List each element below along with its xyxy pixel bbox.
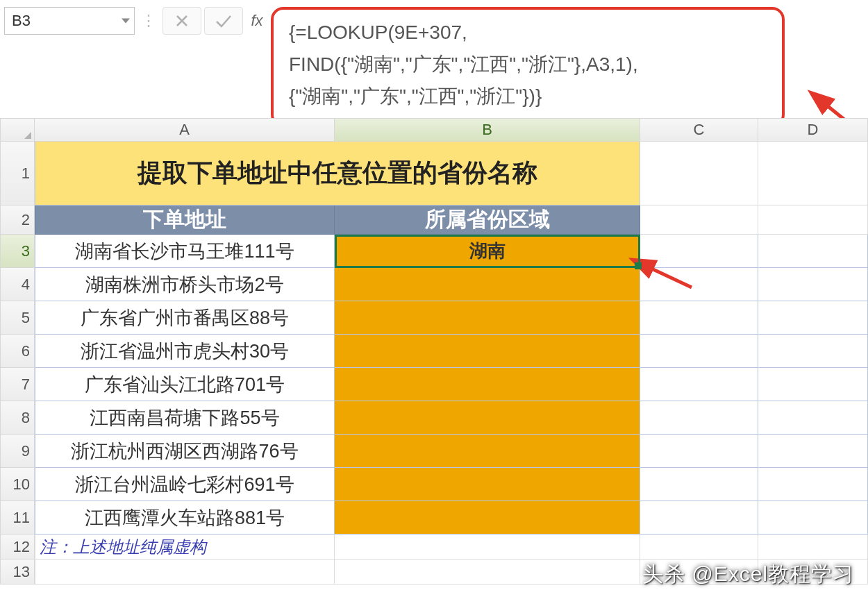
address-cell[interactable]: 江西鹰潭火车站路881号 [35, 501, 335, 535]
row-header[interactable]: 8 [0, 401, 35, 435]
address-cell[interactable]: 浙江省温州市虎头村30号 [35, 335, 335, 368]
cell[interactable] [640, 142, 758, 205]
table-row: 3 湖南省长沙市马王堆111号 湖南 [0, 235, 868, 268]
province-cell[interactable] [335, 401, 640, 435]
formula-input[interactable]: {=LOOKUP(9E+307, FIND({"湖南","广东","江西","浙… [271, 7, 785, 127]
row-header[interactable]: 12 [0, 535, 35, 560]
cell[interactable] [758, 205, 868, 235]
cell[interactable] [640, 401, 758, 435]
note-cell[interactable]: 注：上述地址纯属虚构 [35, 535, 335, 560]
formula-bar: B3 ⋮ fx {=LOOKUP(9E+307, FIND({"湖南","广东"… [0, 0, 868, 118]
province-cell[interactable] [335, 368, 640, 401]
address-cell[interactable]: 浙江杭州西湖区西湖路76号 [35, 435, 335, 468]
cell[interactable] [640, 435, 758, 468]
name-box-value: B3 [12, 12, 31, 30]
cell[interactable] [758, 435, 868, 468]
cell[interactable] [758, 268, 868, 301]
address-cell[interactable]: 广东省汕头江北路701号 [35, 368, 335, 401]
province-cell[interactable]: 湖南 [335, 235, 640, 268]
address-cell[interactable]: 湖南株洲市桥头市场2号 [35, 268, 335, 301]
cancel-icon [174, 13, 190, 28]
cell[interactable] [758, 501, 868, 535]
cell[interactable] [640, 301, 758, 335]
table-row: 12 注：上述地址纯属虚构 [0, 535, 868, 560]
table-row: 9 浙江杭州西湖区西湖路76号 [0, 435, 868, 468]
column-header-row: A B C D [0, 118, 868, 142]
province-cell[interactable] [335, 335, 640, 368]
fx-label[interactable]: fx [246, 7, 268, 35]
confirm-button[interactable] [204, 7, 243, 35]
table-row: 11 江西鹰潭火车站路881号 [0, 501, 868, 535]
formula-line: FIND({"湖南","广东","江西","浙江"},A3,1), [289, 49, 767, 81]
select-all-corner[interactable] [0, 118, 35, 142]
table-row: 6 浙江省温州市虎头村30号 [0, 335, 868, 368]
table-row: 8 江西南昌荷塘下路55号 [0, 401, 868, 435]
header-cell-address[interactable]: 下单地址 [35, 205, 335, 235]
header-cell-province[interactable]: 所属省份区域 [335, 205, 640, 235]
column-header-D[interactable]: D [758, 118, 868, 142]
address-cell[interactable]: 浙江台州温岭七彩村691号 [35, 468, 335, 501]
row-header[interactable]: 1 [0, 142, 35, 205]
cell[interactable] [335, 535, 640, 560]
row-header[interactable]: 9 [0, 435, 35, 468]
row-header[interactable]: 5 [0, 301, 35, 335]
cell[interactable] [335, 560, 640, 585]
cell[interactable] [640, 501, 758, 535]
table-row: 2 下单地址 所属省份区域 [0, 205, 868, 235]
row-header[interactable]: 2 [0, 205, 35, 235]
cell[interactable] [758, 235, 868, 268]
row-header[interactable]: 3 [0, 235, 35, 268]
cell[interactable] [640, 468, 758, 501]
table-row: 7 广东省汕头江北路701号 [0, 368, 868, 401]
name-box-dropdown-icon[interactable] [122, 19, 130, 24]
address-cell[interactable]: 广东省广州市番禺区88号 [35, 301, 335, 335]
cell[interactable] [640, 335, 758, 368]
separator-icon: ⋮ [135, 7, 162, 35]
row-header[interactable]: 13 [0, 560, 35, 585]
cell[interactable] [758, 468, 868, 501]
name-box[interactable]: B3 [4, 7, 135, 35]
table-row: 10 浙江台州温岭七彩村691号 [0, 468, 868, 501]
address-cell[interactable]: 湖南省长沙市马王堆111号 [35, 235, 335, 268]
check-icon [215, 13, 233, 28]
cell[interactable] [640, 535, 758, 560]
cell[interactable] [758, 301, 868, 335]
spreadsheet-grid[interactable]: A B C D 1 提取下单地址中任意位置的省份名称 2 下单地址 所属省份区域… [0, 118, 868, 585]
title-cell[interactable]: 提取下单地址中任意位置的省份名称 [35, 142, 640, 205]
province-cell[interactable] [335, 268, 640, 301]
cell[interactable] [640, 268, 758, 301]
row-header[interactable]: 11 [0, 501, 35, 535]
cell[interactable] [758, 335, 868, 368]
row-header[interactable]: 10 [0, 468, 35, 501]
column-header-A[interactable]: A [35, 118, 335, 142]
cell[interactable] [640, 205, 758, 235]
cell[interactable] [758, 401, 868, 435]
cell[interactable] [758, 142, 868, 205]
table-row: 4 湖南株洲市桥头市场2号 [0, 268, 868, 301]
column-header-B[interactable]: B [335, 118, 640, 142]
cell[interactable] [758, 535, 868, 560]
formula-line: {"湖南","广东","江西","浙江"})} [289, 81, 767, 112]
row-header[interactable]: 4 [0, 268, 35, 301]
watermark: 头杀 @Excel教程学习 [642, 560, 854, 589]
province-cell[interactable] [335, 468, 640, 501]
province-cell[interactable] [335, 301, 640, 335]
table-row: 5 广东省广州市番禺区88号 [0, 301, 868, 335]
row-header[interactable]: 7 [0, 368, 35, 401]
province-cell[interactable] [335, 501, 640, 535]
province-cell[interactable] [335, 435, 640, 468]
cancel-button[interactable] [162, 7, 201, 35]
table-row: 1 提取下单地址中任意位置的省份名称 [0, 142, 868, 205]
cell[interactable] [640, 368, 758, 401]
column-header-C[interactable]: C [640, 118, 758, 142]
address-cell[interactable]: 江西南昌荷塘下路55号 [35, 401, 335, 435]
row-header[interactable]: 6 [0, 335, 35, 368]
cell[interactable] [35, 560, 335, 585]
cell[interactable] [758, 368, 868, 401]
cell[interactable] [640, 235, 758, 268]
formula-line: {=LOOKUP(9E+307, [289, 17, 767, 49]
